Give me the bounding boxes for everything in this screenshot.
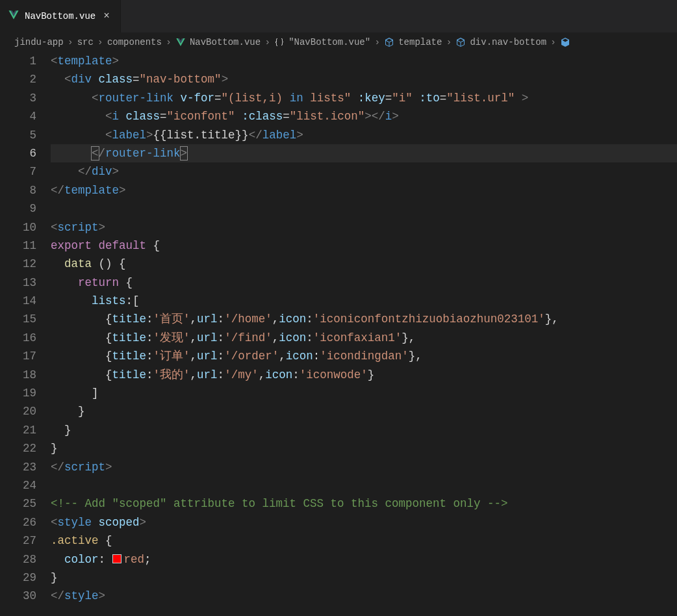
chevron-right-icon: › xyxy=(166,37,172,48)
tab-bar: NavBottom.vue × xyxy=(0,0,677,32)
line-number: 6 xyxy=(0,144,36,162)
code-line[interactable]: </div> xyxy=(51,162,677,181)
line-number: 21 xyxy=(0,421,36,439)
code-line[interactable]: .active { xyxy=(51,532,677,550)
code-line[interactable]: export default { xyxy=(51,237,677,255)
tab-navbottom[interactable]: NavBottom.vue × xyxy=(0,0,121,32)
code-line[interactable]: {title:'发现',url:'/find',icon:'iconfaxian… xyxy=(51,329,677,347)
chevron-right-icon: › xyxy=(264,37,270,48)
line-number: 11 xyxy=(0,237,36,255)
breadcrumb-item[interactable]: div.nav-bottom xyxy=(470,37,546,47)
code-area[interactable]: <template> <div class="nav-bottom"> <rou… xyxy=(51,52,677,606)
breadcrumb: jindu-app › src › components › NavBottom… xyxy=(0,32,677,52)
code-line[interactable]: </style> xyxy=(51,587,677,605)
code-line[interactable]: {title:'首页',url:'/home',icon:'iconiconfo… xyxy=(51,310,677,328)
code-line[interactable] xyxy=(51,199,677,218)
line-number: 13 xyxy=(0,274,36,292)
code-line[interactable]: } xyxy=(51,421,677,439)
code-line[interactable]: <label>{{list.title}}</label> xyxy=(51,126,677,144)
code-line[interactable]: </template> xyxy=(51,181,677,199)
line-number: 20 xyxy=(0,402,36,420)
vue-file-icon xyxy=(175,37,186,47)
line-number: 24 xyxy=(0,476,36,494)
code-line[interactable]: data () { xyxy=(51,255,677,273)
code-line[interactable]: <template> xyxy=(51,52,677,70)
chevron-right-icon: › xyxy=(374,37,380,48)
code-line[interactable]: <!-- Add "scoped" attribute to limit CSS… xyxy=(51,494,677,513)
code-line[interactable]: } xyxy=(51,402,677,420)
chevron-right-icon: › xyxy=(97,37,103,48)
line-number: 9 xyxy=(0,199,36,218)
breadcrumb-item[interactable]: template xyxy=(398,37,442,47)
braces-icon xyxy=(274,37,285,47)
line-number: 12 xyxy=(0,255,36,273)
line-number: 17 xyxy=(0,347,36,365)
breadcrumb-item[interactable]: "NavBottom.vue" xyxy=(288,37,370,47)
line-number-gutter: 1234567891011121314151617181920212223242… xyxy=(0,52,51,606)
breadcrumb-item[interactable]: jindu-app xyxy=(14,37,64,47)
line-number: 29 xyxy=(0,569,36,587)
code-editor[interactable]: 1234567891011121314151617181920212223242… xyxy=(0,52,677,606)
line-number: 2 xyxy=(0,70,36,88)
line-number: 30 xyxy=(0,587,36,605)
line-number: 7 xyxy=(0,162,36,181)
code-line[interactable]: ] xyxy=(51,384,677,402)
breadcrumb-item[interactable]: NavBottom.vue xyxy=(190,37,261,47)
code-line[interactable]: <script> xyxy=(51,218,677,237)
chevron-right-icon: › xyxy=(68,37,73,48)
vue-file-icon xyxy=(8,9,19,24)
code-line[interactable]: color: red; xyxy=(51,550,677,569)
code-line[interactable]: </script> xyxy=(51,458,677,476)
line-number: 19 xyxy=(0,384,36,402)
line-number: 25 xyxy=(0,494,36,513)
code-line[interactable]: lists:[ xyxy=(51,292,677,310)
line-number: 18 xyxy=(0,366,36,384)
code-line[interactable]: return { xyxy=(51,274,677,292)
line-number: 26 xyxy=(0,513,36,532)
line-number: 10 xyxy=(0,218,36,237)
cube-icon xyxy=(560,37,570,47)
close-icon[interactable]: × xyxy=(101,9,112,23)
line-number: 8 xyxy=(0,181,36,199)
line-number: 1 xyxy=(0,52,36,70)
line-number: 16 xyxy=(0,329,36,347)
line-number: 22 xyxy=(0,439,36,457)
line-number: 3 xyxy=(0,89,36,107)
cube-icon xyxy=(455,37,466,47)
chevron-right-icon: › xyxy=(446,37,452,48)
code-line[interactable]: {title:'我的',url:'/my',icon:'iconwode'} xyxy=(51,366,677,384)
breadcrumb-item[interactable]: src xyxy=(77,37,94,47)
chevron-right-icon: › xyxy=(550,37,556,48)
line-number: 15 xyxy=(0,310,36,328)
code-line[interactable]: </router-link> xyxy=(51,144,677,162)
code-line[interactable]: } xyxy=(51,569,677,587)
code-line[interactable]: <router-link v-for="(list,i) in lists" :… xyxy=(51,89,677,107)
line-number: 5 xyxy=(0,126,36,144)
line-number: 14 xyxy=(0,292,36,310)
line-number: 28 xyxy=(0,550,36,569)
code-line[interactable]: <div class="nav-bottom"> xyxy=(51,70,677,88)
code-line[interactable] xyxy=(51,476,677,494)
color-swatch-icon[interactable] xyxy=(112,554,121,563)
breadcrumb-item[interactable]: components xyxy=(107,37,162,47)
code-line[interactable]: <style scoped> xyxy=(51,513,677,532)
cube-icon xyxy=(384,37,394,47)
code-line[interactable]: <i class="iconfont" :class="list.icon"><… xyxy=(51,107,677,125)
line-number: 27 xyxy=(0,532,36,550)
line-number: 4 xyxy=(0,107,36,125)
tab-label: NavBottom.vue xyxy=(25,11,96,21)
code-line[interactable]: {title:'订单',url:'/order',icon:'icondingd… xyxy=(51,347,677,365)
code-line[interactable]: } xyxy=(51,439,677,457)
line-number: 23 xyxy=(0,458,36,476)
